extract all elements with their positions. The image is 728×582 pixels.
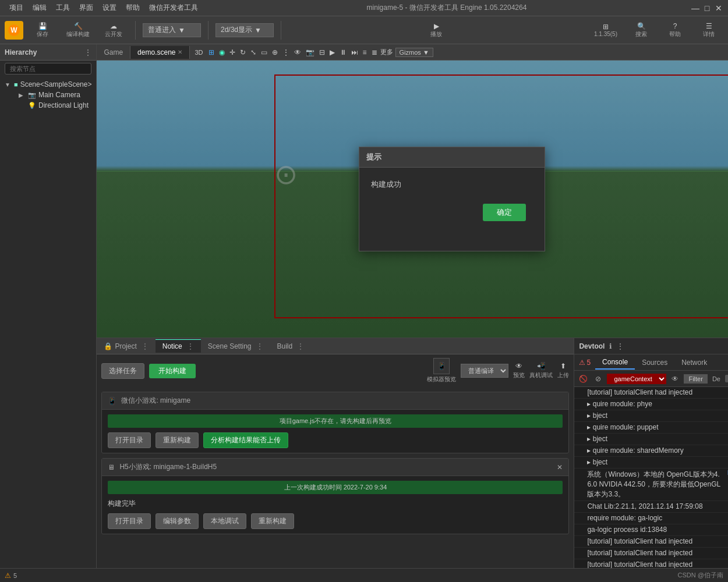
mini-game-section-body: 项目game.js不存在，请先构建后再预览 打开目录 重新构建 分析构建结果能否… [102, 410, 568, 453]
menu-item-help[interactable]: 帮助 [121, 2, 144, 14]
build-toolbar: 选择任务 开始构建 📱 模拟器预览 普通编译 [97, 354, 574, 387]
main-camera-item[interactable]: ▶ 📷 Main Camera [14, 90, 96, 100]
bottom-panels: 🔒 Project ⋮ Notice ⋮ Scene Setting ⋮ Bui… [97, 338, 728, 582]
h5-local-debug-button[interactable]: 本地调试 [203, 513, 246, 529]
filter-button[interactable]: Filter [684, 374, 707, 384]
menu-item-settings[interactable]: 设置 [98, 2, 121, 14]
h5-icon: 🖥 [108, 463, 115, 471]
layout-icon[interactable]: ⊟ [317, 48, 327, 56]
open-dir-button[interactable]: 打开目录 [108, 432, 151, 448]
hierarchy-menu-button[interactable]: ⋮ [84, 48, 91, 56]
build-tab-menu[interactable]: ⋮ [297, 342, 304, 350]
compile-icon: 🔨 [74, 22, 83, 30]
status-bar: ⚠ 5 CSDN @伯子南 [0, 568, 728, 582]
scene-root-item[interactable]: ▼ ■ Scene<SampleScene> [0, 79, 96, 90]
menu-item-edit[interactable]: 编辑 [28, 2, 51, 14]
build-tab[interactable]: Build ⋮ [270, 340, 312, 353]
start-build-button[interactable]: 开始构建 [149, 364, 196, 378]
h5-label: H5小游戏: minigame-1-BuildH5 [119, 462, 217, 472]
warning-icon: ⚠ [579, 359, 585, 367]
snapping-icon[interactable]: ⋮ [281, 48, 291, 56]
h5-rebuild-button[interactable]: 重新构建 [251, 513, 294, 529]
dialog-confirm-button[interactable]: 确定 [483, 204, 526, 221]
hierarchy-search-input[interactable] [5, 63, 91, 74]
console-log-area[interactable]: [tutorial] tutorialClient had injectedVM… [574, 387, 728, 582]
more-btn[interactable]: 更多 [380, 48, 393, 56]
hierarchy-panel: Hierarchy ⋮ ▼ ■ Scene<SampleScene> ▶ 📷 M… [0, 44, 97, 582]
clear-console-button[interactable]: 🚫 [577, 372, 589, 385]
pause-icon[interactable]: ⏸ [338, 48, 348, 56]
menu-item-weixin-dev[interactable]: 微信开发者工具 [144, 2, 203, 14]
real-machine-btn-group[interactable]: 📲 真机调试 [529, 362, 553, 379]
scene-tab-close[interactable]: ✕ [178, 49, 182, 55]
play-button[interactable]: ▶ 播放 [422, 20, 451, 41]
eye-toggle-btn[interactable]: 👁 [669, 372, 681, 385]
scene-view[interactable]: ⊙ 提示 构建成功 确定 [97, 61, 728, 338]
save-button[interactable]: 💾 保存 [28, 20, 57, 41]
directional-light-item[interactable]: 💡 Directional Light [14, 100, 96, 111]
simulator-preview-group: 📱 模拟器预览 [427, 358, 456, 384]
game-tab[interactable]: Game [97, 46, 130, 59]
rect-icon[interactable]: ▭ [259, 48, 269, 56]
cloud-dev-button[interactable]: ☁ 云开发 [99, 20, 128, 41]
view-icon[interactable]: 👁 [292, 48, 303, 56]
gizmo-active-icon[interactable]: ◉ [217, 48, 227, 56]
context-selector[interactable]: gameContext [607, 374, 666, 384]
maximize-button[interactable]: □ [702, 3, 712, 13]
camera-view-icon[interactable]: 📷 [304, 48, 316, 56]
detail-button[interactable]: ☰ 详情 [694, 20, 723, 41]
console-filter-btn[interactable]: ⊘ [592, 372, 605, 385]
options-icon[interactable]: ≡ [361, 48, 369, 56]
close-button[interactable]: ✕ [714, 3, 723, 13]
log-entry: ▸ quire module: phyenativeGlobal.js:160 [574, 399, 728, 410]
upload-btn-group[interactable]: ⬆ 上传 [557, 362, 569, 379]
project-tab-menu[interactable]: ⋮ [142, 342, 149, 350]
h5-action-buttons: 打开目录 编辑参数 本地调试 重新构建 [108, 513, 563, 529]
version-button[interactable]: ⊞ 1.1.35(5) [589, 20, 622, 40]
project-tab[interactable]: 🔒 Project ⋮ [97, 340, 155, 353]
rebuild-button[interactable]: 重新构建 [156, 432, 199, 448]
notice-tab[interactable]: Notice ⋮ [156, 339, 201, 353]
rotate-icon[interactable]: ↻ [238, 48, 248, 56]
notice-tab-menu[interactable]: ⋮ [187, 342, 194, 350]
dialog-title: 提示 [359, 147, 545, 168]
analyze-button[interactable]: 分析构建结果能否上传 [203, 432, 288, 448]
warning-count-icon: ⚠ [5, 572, 11, 580]
menu-item-tools[interactable]: 工具 [51, 2, 75, 14]
menu-item-project[interactable]: 项目 [5, 2, 28, 14]
log-text: require module: ga-logic [587, 514, 728, 522]
play-mode-icon[interactable]: ▶ [328, 48, 337, 56]
align-icon[interactable]: ≣ [370, 48, 379, 56]
scale-icon[interactable]: ⤡ [249, 48, 258, 56]
devtool-info-icon[interactable]: ℹ [609, 342, 612, 350]
gizmos-button[interactable]: Gizmos ▼ [395, 48, 433, 57]
display-mode-dropdown[interactable]: 2d/3d显示 ▼ [215, 23, 274, 37]
3d-mode-btn[interactable]: 3D [192, 49, 205, 56]
devtool-menu-btn[interactable]: ⋮ [617, 342, 624, 350]
search-button[interactable]: 🔍 搜索 [627, 20, 656, 41]
console-tab[interactable]: Console [595, 356, 635, 370]
preview-btn-group[interactable]: 👁 预览 [513, 362, 525, 379]
select-task-button[interactable]: 选择任务 [101, 363, 144, 379]
grid-icon[interactable]: ⊞ [207, 48, 216, 56]
help-button[interactable]: ? 帮助 [660, 20, 690, 41]
h5-section-body: 上一次构建成功时间 2022-7-20 9:34 构建完毕 打开目录 编辑参数 … [102, 476, 568, 534]
minimize-button[interactable]: — [691, 3, 700, 13]
h5-open-dir-button[interactable]: 打开目录 [108, 513, 151, 529]
simulator-icon[interactable]: 📱 [433, 358, 450, 374]
step-icon[interactable]: ⏭ [349, 48, 360, 56]
h5-edit-params-button[interactable]: 编辑参数 [156, 513, 199, 529]
scene-setting-tab[interactable]: Scene Setting ⋮ [201, 340, 270, 353]
compile-dropdown[interactable]: 普通编译 [461, 364, 508, 378]
network-tab[interactable]: Network [674, 356, 714, 369]
sources-tab[interactable]: Sources [635, 356, 674, 369]
menu-item-interface[interactable]: 界面 [75, 2, 98, 14]
devtool-tab-bar: ⚠ 5 Console Sources Network » ⚙ [574, 354, 728, 371]
compile-build-button[interactable]: 🔨 编译构建 [62, 20, 94, 41]
transform-icon[interactable]: ⊕ [270, 48, 280, 56]
h5-close-button[interactable]: ✕ [557, 463, 563, 471]
nav-mode-dropdown[interactable]: 普通进入 ▼ [143, 23, 201, 37]
scene-setting-tab-menu[interactable]: ⋮ [256, 342, 263, 350]
move-icon[interactable]: ✛ [228, 48, 237, 56]
scene-tab[interactable]: demo.scene ✕ [130, 46, 190, 59]
